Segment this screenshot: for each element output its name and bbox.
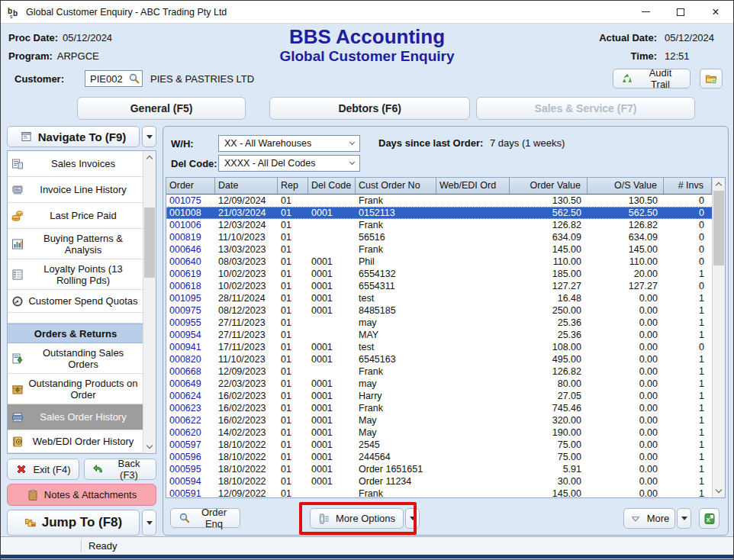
table-row[interactable]: 00062014/02/2023010001May190.000.001 [166,426,725,439]
column-header-os-value[interactable]: O/S Value [588,178,664,194]
table-row[interactable]: 00064008/03/2023010001Phil110.00110.000 [166,256,725,268]
order-enq-button[interactable]: Order Enq [170,508,240,528]
more-button[interactable]: More [623,508,675,529]
column-header-cust-order-no[interactable]: Cust Order No [356,178,436,194]
search-icon[interactable] [128,72,140,85]
clipboard-icon [27,489,39,501]
sidebar-item-web-edi-order-history[interactable]: Web/EDI Order History [8,430,143,453]
table-cell: may [356,378,436,390]
sidebar-item-sales-order-history[interactable]: Sales Order History [8,404,143,430]
table-row[interactable]: 00062316/02/2023010001Frank745.460.001 [166,402,725,414]
navigate-dropdown-button[interactable] [142,126,156,147]
column-header-date[interactable]: Date [215,178,278,194]
buying-patterns-analysis-icon [11,238,24,250]
table-row[interactable]: 00100821/03/20240100010152113562.50562.5… [166,207,725,219]
audit-trail-button[interactable]: Audit Trail [613,69,691,89]
table-row[interactable]: 00082011/10/20230100016545163495.000.001 [166,353,725,365]
notes-attachments-button[interactable]: Notes & Attachments [7,484,156,506]
tab-general[interactable]: General (F5) [77,97,246,120]
new-attachment-button[interactable] [700,69,723,89]
table-cell: 1 [664,268,712,280]
column-header-order[interactable]: Order [166,178,215,194]
table-cell [436,317,510,329]
sidebar-spacer [8,313,143,323]
sidebar-item-outstanding-products-on-order[interactable]: Outstanding Products on Order [8,374,143,404]
table-cell: 0001 [308,414,356,426]
table-row[interactable]: 00064922/03/2023010001may80.000.001 [166,378,725,390]
tab-sales-service[interactable]: Sales & Service (F7) [476,97,695,120]
table-row[interactable]: 00059418/10/2022010001Order 1123430.000.… [166,475,725,488]
table-row[interactable]: 00059718/10/2022010001254575.000.001 [166,439,725,451]
customer-input[interactable]: PIE002 [85,70,143,87]
table-cell [436,439,510,451]
column-header-rep[interactable]: Rep [278,178,308,194]
table-cell: 01 [278,414,308,426]
table-cell: 0.00 [588,488,664,498]
sidebar-item-buying-patterns-analysis[interactable]: Buying Patterns & Analysis [8,229,143,259]
table-row[interactable]: 00064613/03/202301Frank145.00145.000 [166,243,725,256]
sidebar-item-outstanding-sales-orders[interactable]: Outstanding Sales Orders [8,343,143,374]
column-header-order-value[interactable]: Order Value [510,178,588,194]
more-options-button[interactable]: More Options [310,508,404,529]
table-cell: 244564 [356,451,436,463]
table-row[interactable]: 00094117/11/2023010001test108.000.000 [166,341,725,353]
column-header-del-code[interactable]: Del Code [308,178,356,194]
export-excel-button[interactable]: X [699,508,720,529]
scroll-up-icon[interactable] [143,151,156,163]
table-row[interactable]: 00095527/11/202301may25.360.001 [166,317,725,329]
close-button[interactable]: × [698,1,733,24]
table-cell [436,475,510,488]
more-options-dropdown-button[interactable] [405,508,420,529]
del-code-select[interactable]: XXXX - All Del Codes [218,155,360,172]
table-cell: 0.00 [588,378,664,390]
days-since-label: Days since last Order: [378,137,483,149]
column-header-web-edi-ord[interactable]: Web/EDI Ord [436,178,510,194]
minimize-button[interactable] [628,1,663,24]
maximize-button[interactable] [663,1,698,24]
table-row[interactable]: 00100612/03/202401Frank126.82126.820 [166,219,725,231]
table-row[interactable]: 00061910/02/20230100016554132185.0020.00… [166,268,725,280]
sidebar-item-last-price-paid[interactable]: Last Price Paid [8,203,143,229]
sidebar-item-invoice-line-history[interactable]: Invoice Line History [8,177,143,203]
table-cell: 01 [278,329,308,341]
jump-dropdown-button[interactable] [142,510,156,536]
table-cell: 000820 [166,353,215,365]
table-row[interactable]: 00061810/02/20230100016554311127.27127.2… [166,280,725,292]
table-scrollbar[interactable] [712,178,725,497]
table-row[interactable]: 00081911/10/20230156516634.09634.090 [166,231,725,243]
scroll-up-icon[interactable] [713,178,725,190]
scroll-down-icon[interactable] [713,485,725,497]
navigate-to-button[interactable]: Navigate To (F9) [7,126,140,147]
jump-to-button[interactable]: Jump To (F8) [7,510,140,536]
sidebar-item-loyalty-points[interactable]: Loyalty Points (13 Rolling Pds) [8,259,143,290]
sidebar-item-customer-spend-quotas[interactable]: Customer Spend Quotas [8,290,143,313]
more-dropdown-button[interactable] [677,508,691,529]
back-button[interactable]: Back (F3) [84,459,156,480]
warehouse-select[interactable]: XX - All Warehouses [218,135,360,152]
table-row[interactable]: 00059112/09/202201Frank145.000.001 [166,488,725,498]
days-since-value: 7 days (1 weeks) [490,137,565,149]
table-row[interactable]: 00066812/09/202301Frank126.820.001 [166,365,725,378]
svg-text:b: b [13,9,18,18]
exit-button[interactable]: Exit (F4) [7,459,79,480]
table-row[interactable]: 00097508/12/20230100018485185250.000.001 [166,304,725,317]
table-row[interactable]: 00062216/02/2023010001May320.000.001 [166,414,725,426]
scrollbar-thumb[interactable] [144,208,155,278]
table-cell: 0001 [308,280,356,292]
table-row[interactable]: 00062416/02/2023010001Harry27.050.001 [166,390,725,402]
sidebar-item-sales-invoices[interactable]: Sales Invoices [8,151,143,177]
sidebar-scrollbar[interactable] [143,151,156,453]
table-row[interactable]: 00059518/10/2022010001Order 16516515.910… [166,463,725,475]
table-cell: 0.00 [588,451,664,463]
table-row[interactable]: 00095427/11/202301MAY25.360.001 [166,329,725,341]
column-header-num-invs[interactable]: # Invs [664,178,712,194]
tab-debtors[interactable]: Debtors (F6) [269,97,470,120]
table-cell: 12/09/2024 [215,195,278,207]
table-row[interactable]: 00059618/10/202201000124456475.000.001 [166,451,725,463]
scroll-down-icon[interactable] [143,441,156,453]
scrollbar-thumb[interactable] [713,191,724,266]
table-cell: 75.00 [510,439,588,451]
table-row[interactable]: 00109528/11/2024010001test16.480.001 [166,292,725,304]
table-cell: 01 [278,243,308,256]
table-row[interactable]: 00107512/09/202401Frank130.50130.500 [166,195,725,207]
